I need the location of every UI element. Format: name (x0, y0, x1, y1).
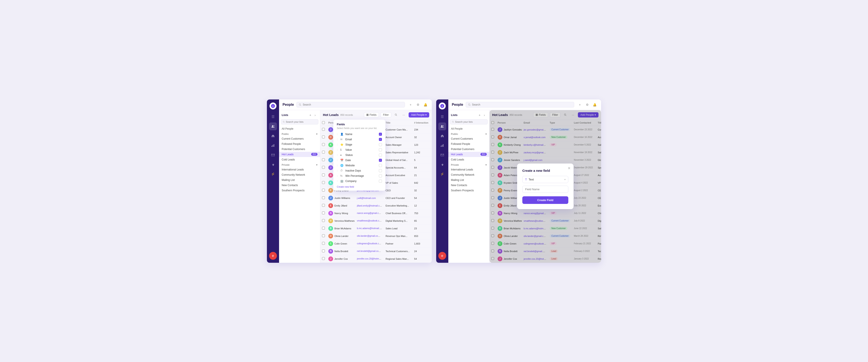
list-community-right[interactable]: Community Network (448, 172, 489, 177)
list-southern-right[interactable]: Southern Prospects (448, 188, 489, 193)
public-section-left[interactable]: Public ▾ (279, 131, 320, 136)
lists-search-left[interactable] (281, 119, 318, 124)
row-select[interactable] (322, 212, 325, 214)
sidebar-icon-lightning-right[interactable]: ⚡ (438, 170, 446, 178)
row-select[interactable] (322, 227, 325, 230)
list-current-customers-left[interactable]: Current Customers (279, 136, 320, 141)
notification-button-right[interactable]: 🔔 (592, 102, 598, 108)
list-new-contacts-left[interactable]: New Contacts (279, 183, 320, 188)
add-button-right[interactable]: + (577, 102, 583, 108)
all-people-left[interactable]: All People (279, 126, 320, 131)
dropdown-item-date[interactable]: :: 📅 Date ✓ (333, 158, 385, 163)
more-btn-left[interactable]: ··· (401, 112, 407, 118)
list-new-contacts-right[interactable]: New Contacts (448, 183, 489, 188)
row-select[interactable] (322, 242, 325, 245)
create-field-link-left[interactable]: Create new field (333, 184, 385, 190)
filter-btn-left[interactable]: Filter (381, 112, 391, 118)
sidebar-icon-menu[interactable]: ☰ (269, 113, 277, 121)
list-cold-leads-right[interactable]: Cold Leads (448, 157, 489, 162)
fields-btn-left[interactable]: Fields (364, 112, 379, 118)
table-row[interactable]: B Brian McAdams b.mc.adams@hotmail.comNe… (320, 224, 432, 232)
header-search-input-right[interactable] (472, 103, 572, 106)
sidebar-icon-home-right[interactable] (438, 132, 446, 140)
public-section-right[interactable]: Public ▾ (448, 131, 489, 136)
dropdown-item-name[interactable]: :: 👤 Name ✓ (333, 131, 385, 137)
dropdown-item-website[interactable]: :: 🌐 Website (333, 163, 385, 168)
all-people-right[interactable]: All People (448, 126, 489, 131)
checkbox-email[interactable]: ✓ (379, 138, 382, 141)
sidebar-icon-mail-right[interactable] (438, 151, 446, 159)
sidebar-icon-pin[interactable] (269, 161, 277, 169)
sidebar-icon-user-circle-right[interactable]: e (438, 252, 446, 260)
lists-nav-btn-left[interactable]: › (313, 113, 317, 118)
row-select[interactable] (322, 234, 325, 237)
row-select[interactable] (322, 249, 325, 252)
list-community-left[interactable]: Community Network (279, 172, 320, 177)
add-button-left[interactable]: + (407, 102, 413, 108)
table-row[interactable]: J Jennifer Cox jennifer.cox.20@hotmail.c… (320, 255, 432, 263)
dropdown-item-company[interactable]: :: 🏢 Company (333, 179, 385, 184)
list-international-right[interactable]: International Leads (448, 167, 489, 172)
list-international-left[interactable]: International Leads (279, 167, 320, 172)
header-search-input-left[interactable] (303, 103, 403, 106)
private-section-left[interactable]: Private ▾ (279, 162, 320, 167)
notification-button-left[interactable]: 🔔 (422, 102, 428, 108)
sidebar-icon-home[interactable] (269, 132, 277, 140)
table-row[interactable]: E Emily Jillard jillard.emily@hotmail.co… (320, 202, 432, 209)
lists-nav-btn-right[interactable]: › (482, 113, 487, 118)
row-select[interactable] (322, 219, 325, 222)
lists-add-btn-left[interactable]: + (308, 113, 313, 118)
sidebar-icon-people-right[interactable] (438, 122, 446, 130)
table-row[interactable]: V Veronica Matthews vmatthews@outlook.co… (320, 217, 432, 224)
row-select[interactable] (322, 143, 325, 146)
sidebar-icon-people[interactable] (269, 122, 277, 130)
list-cold-leads-left[interactable]: Cold Leads (279, 157, 320, 162)
row-select[interactable] (322, 181, 325, 184)
dropdown-item-inactive[interactable]: :: ⏱ Inactive Days (333, 168, 385, 173)
sidebar-icon-chart[interactable] (269, 142, 277, 149)
add-people-btn-left[interactable]: Add People ▾ (409, 112, 429, 118)
dropdown-item-email[interactable]: :: ✉ Email ✓ (333, 137, 385, 142)
select-all-left[interactable] (322, 121, 325, 124)
list-hot-leads-left[interactable]: Hot Leads 850 (279, 152, 320, 157)
list-southern-left[interactable]: Southern Prospects (279, 188, 320, 193)
lists-add-btn-right[interactable]: + (477, 113, 482, 118)
settings-button-right[interactable]: ⚙ (584, 102, 590, 108)
checkbox-date[interactable]: ✓ (379, 159, 382, 162)
table-row[interactable]: O Olivia Lander oliv.lander@gmail.comCur… (320, 232, 432, 240)
row-select[interactable] (322, 196, 325, 199)
list-current-customers-right[interactable]: Current Customers (448, 136, 489, 141)
checkbox-win[interactable] (379, 174, 382, 177)
list-followed-people-right[interactable]: Followed People (448, 141, 489, 147)
search-btn-left[interactable] (393, 112, 399, 118)
list-potential-customers-left[interactable]: Potential Customers (279, 147, 320, 152)
header-search-right[interactable] (466, 102, 574, 108)
row-select[interactable] (322, 166, 325, 169)
checkbox-name[interactable]: ✓ (379, 133, 382, 136)
list-followed-people-left[interactable]: Followed People (279, 141, 320, 147)
dropdown-item-status[interactable]: :: ● Status (333, 152, 385, 158)
table-row[interactable]: N Nella Brodett nel.brodett@gmail.comLea… (320, 247, 432, 255)
sidebar-icon-user-circle[interactable]: e (269, 252, 277, 260)
list-hot-leads-right[interactable]: Hot Leads 850 (448, 152, 489, 157)
row-select[interactable] (322, 189, 325, 191)
row-select[interactable] (322, 128, 325, 131)
table-row[interactable]: C Colin Green colingreen@outlook.comVIP … (320, 240, 432, 247)
list-potential-customers-right[interactable]: Potential Customers (448, 147, 489, 152)
sidebar-icon-menu-right[interactable]: ☰ (438, 113, 446, 121)
modal-create-field-btn[interactable]: Create Field (522, 196, 568, 204)
private-section-right[interactable]: Private ▾ (448, 162, 489, 167)
row-select[interactable] (322, 135, 325, 138)
modal-field-name-input[interactable] (522, 186, 568, 193)
checkbox-value[interactable] (379, 148, 382, 151)
checkbox-website[interactable] (379, 164, 382, 167)
lists-search-right[interactable] (450, 119, 488, 124)
modal-type-selector[interactable]: T Text ▾ (522, 176, 568, 183)
sidebar-icon-lightning[interactable]: ⚡ (269, 170, 277, 178)
header-search-left[interactable] (297, 102, 405, 108)
table-row[interactable]: J Justin Williams j.will@hotmail.com CEO… (320, 194, 432, 202)
row-select[interactable] (322, 204, 325, 207)
row-select[interactable] (322, 151, 325, 153)
lists-search-input-right[interactable] (455, 121, 486, 123)
settings-button-left[interactable]: ⚙ (415, 102, 421, 108)
